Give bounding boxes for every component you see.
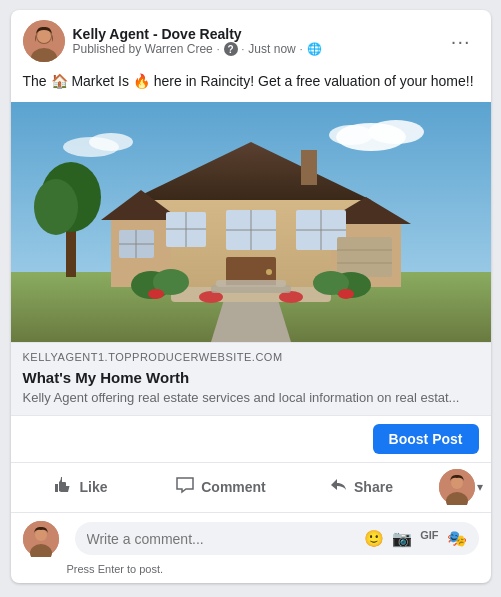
share-label: Share: [354, 479, 393, 495]
dot-separator2: ·: [242, 44, 245, 55]
dot-separator: ·: [217, 44, 220, 55]
comment-input-wrap[interactable]: 🙂 📷 GIF 🎭: [75, 522, 479, 555]
header-info: Kelly Agent - Dove Realty Published by W…: [73, 26, 322, 56]
comment-label: Comment: [201, 479, 266, 495]
dropdown-arrow[interactable]: ▾: [477, 480, 483, 494]
header-left: Kelly Agent - Dove Realty Published by W…: [23, 20, 322, 62]
svg-point-15: [34, 179, 78, 235]
svg-point-45: [338, 289, 354, 299]
comment-input[interactable]: [87, 531, 357, 547]
fire-emoji: 🔥: [133, 73, 150, 89]
user-avatar-action[interactable]: ▾: [431, 469, 491, 505]
svg-rect-37: [337, 237, 392, 277]
post-text-prefix: The: [23, 73, 47, 89]
published-by: Published by Warren Cree: [73, 42, 213, 56]
post-text-suffix: here in Raincity! Get a free valuation o…: [154, 73, 474, 89]
svg-point-7: [329, 125, 373, 145]
post-text-middle: Market Is: [71, 73, 132, 89]
svg-rect-22: [301, 150, 317, 185]
dot-separator3: ·: [300, 44, 303, 55]
more-options-button[interactable]: ···: [443, 27, 479, 55]
svg-point-33: [266, 269, 272, 275]
comment-button[interactable]: Comment: [153, 467, 289, 508]
post-header: Kelly Agent - Dove Realty Published by W…: [11, 10, 491, 68]
post-time: Just now: [248, 42, 295, 56]
svg-point-3: [37, 29, 51, 43]
question-mark: ?: [224, 42, 238, 56]
press-enter-hint: Press Enter to post.: [11, 561, 491, 583]
svg-point-9: [89, 133, 133, 151]
globe-icon: 🌐: [307, 42, 322, 56]
meta-row: Published by Warren Cree · ? · Just now …: [73, 42, 322, 56]
commenter-avatar: [439, 469, 475, 505]
page-name[interactable]: Kelly Agent - Dove Realty: [73, 26, 322, 42]
avatar[interactable]: [23, 20, 65, 62]
actions-row: Like Comment Share: [11, 462, 491, 512]
emoji-icon[interactable]: 🙂: [364, 529, 384, 548]
like-icon: [53, 475, 73, 500]
svg-point-44: [148, 289, 164, 299]
comment-input-row: 🙂 📷 GIF 🎭: [11, 512, 491, 561]
link-description: Kelly Agent offering real estate service…: [11, 390, 491, 415]
facebook-post-card: Kelly Agent - Dove Realty Published by W…: [11, 10, 491, 583]
link-title: What's My Home Worth: [11, 367, 491, 390]
comment-avatar: [23, 521, 59, 557]
comment-icons: 🙂 📷 GIF 🎭: [364, 529, 466, 548]
comment-icon: [175, 475, 195, 500]
photo-icon[interactable]: 📷: [392, 529, 412, 548]
like-label: Like: [79, 479, 107, 495]
like-button[interactable]: Like: [13, 467, 149, 508]
svg-point-6: [368, 120, 424, 144]
svg-rect-49: [216, 280, 286, 287]
post-image: [11, 102, 491, 342]
share-button[interactable]: Share: [293, 467, 429, 508]
house-emoji: 🏠: [51, 73, 68, 89]
link-url: KELLYAGENT1.TOPPRODUCERWEBSITE.COM: [11, 343, 491, 367]
svg-point-51: [451, 477, 463, 489]
svg-point-54: [35, 529, 47, 541]
gif-icon[interactable]: GIF: [420, 529, 438, 548]
share-icon: [328, 475, 348, 500]
sticker-icon[interactable]: 🎭: [447, 529, 467, 548]
boost-post-button[interactable]: Boost Post: [373, 424, 479, 454]
post-text: The 🏠 Market Is 🔥 here in Raincity! Get …: [11, 68, 491, 102]
link-preview[interactable]: KELLYAGENT1.TOPPRODUCERWEBSITE.COM What'…: [11, 342, 491, 415]
boost-row: Boost Post: [11, 415, 491, 462]
